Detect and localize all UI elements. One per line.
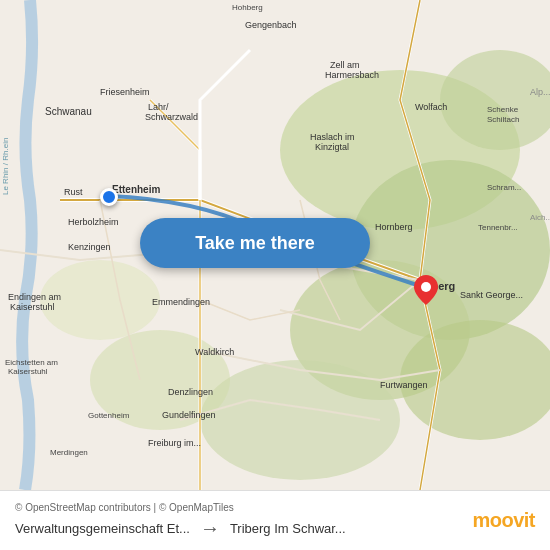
svg-text:Schiltach: Schiltach [487, 115, 519, 124]
moovit-logo: moovit [472, 509, 535, 532]
svg-text:Kaiserstuhl: Kaiserstuhl [8, 367, 48, 376]
map-container: Schwanau Friesenheim Lahr/ Schwarzwald G… [0, 0, 550, 490]
svg-text:Gundelfingen: Gundelfingen [162, 410, 216, 420]
destination-marker [414, 275, 438, 305]
svg-text:Gengenbach: Gengenbach [245, 20, 297, 30]
svg-text:Hornberg: Hornberg [375, 222, 413, 232]
svg-text:Tennenbr...: Tennenbr... [478, 223, 518, 232]
svg-text:Wolfach: Wolfach [415, 102, 447, 112]
bottom-bar: © OpenStreetMap contributors | © OpenMap… [0, 490, 550, 550]
svg-text:Haslach im: Haslach im [310, 132, 355, 142]
svg-text:Kaiserstuhl: Kaiserstuhl [10, 302, 55, 312]
moovit-logo-text: moovit [472, 509, 535, 532]
bottom-left: © OpenStreetMap contributors | © OpenMap… [15, 502, 462, 540]
to-location-label: Triberg Im Schwar... [230, 521, 346, 536]
svg-text:Sankt George...: Sankt George... [460, 290, 523, 300]
svg-text:Waldkirch: Waldkirch [195, 347, 234, 357]
svg-text:Rust: Rust [64, 187, 83, 197]
svg-text:Furtwangen: Furtwangen [380, 380, 428, 390]
svg-text:Gottenheim: Gottenheim [88, 411, 130, 420]
svg-text:Aich...: Aich... [530, 213, 550, 222]
attribution-text: © OpenStreetMap contributors | © OpenMap… [15, 502, 462, 513]
svg-text:Hohberg: Hohberg [232, 3, 263, 12]
svg-text:Schwanau: Schwanau [45, 106, 92, 117]
svg-text:Freiburg im...: Freiburg im... [148, 438, 201, 448]
svg-text:Endingen am: Endingen am [8, 292, 61, 302]
svg-text:Le Rhin / Rh.ein: Le Rhin / Rh.ein [1, 138, 10, 195]
app: Schwanau Friesenheim Lahr/ Schwarzwald G… [0, 0, 550, 550]
arrow-icon: → [200, 517, 220, 540]
svg-text:Denzlingen: Denzlingen [168, 387, 213, 397]
svg-text:Friesenheim: Friesenheim [100, 87, 150, 97]
svg-text:Eichstetten am: Eichstetten am [5, 358, 58, 367]
svg-point-46 [421, 282, 431, 292]
svg-text:Schwarzwald: Schwarzwald [145, 112, 198, 122]
svg-text:Schram...: Schram... [487, 183, 521, 192]
svg-text:Kenzingen: Kenzingen [68, 242, 111, 252]
take-me-there-button[interactable]: Take me there [140, 218, 370, 268]
svg-text:Lahr/: Lahr/ [148, 102, 169, 112]
svg-text:Kinzigtal: Kinzigtal [315, 142, 349, 152]
svg-text:Schenke: Schenke [487, 105, 519, 114]
svg-text:Merdingen: Merdingen [50, 448, 88, 457]
svg-text:Emmendingen: Emmendingen [152, 297, 210, 307]
svg-text:Alp...: Alp... [530, 87, 550, 97]
svg-text:Herbolzheim: Herbolzheim [68, 217, 119, 227]
svg-text:Ettenheim: Ettenheim [112, 184, 160, 195]
svg-text:Harmersbach: Harmersbach [325, 70, 379, 80]
origin-marker [100, 188, 118, 206]
svg-text:Zell am: Zell am [330, 60, 360, 70]
from-location-label: Verwaltungsgemeinschaft Et... [15, 521, 190, 536]
